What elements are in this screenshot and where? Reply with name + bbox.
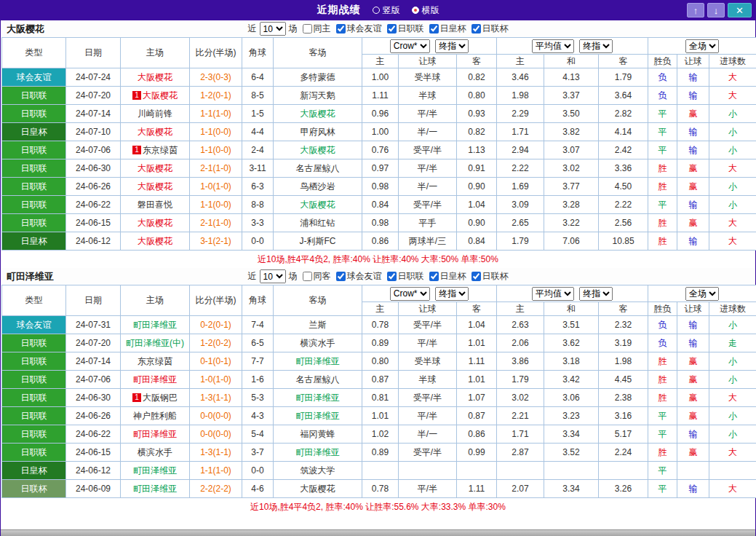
away-team-name[interactable]: 横滨水手: [301, 338, 335, 348]
home-team-name[interactable]: 神户胜利船: [133, 411, 177, 421]
league-filter-jleague[interactable]: 日职联: [387, 23, 424, 35]
home-team-name[interactable]: 大阪樱花: [138, 218, 172, 228]
odds-time-select[interactable]: 终指: [435, 287, 469, 301]
league-filter-emperor-cup[interactable]: 日皇杯: [429, 270, 466, 283]
friendly-checkbox[interactable]: [336, 24, 346, 34]
jleague-checkbox[interactable]: [387, 272, 397, 281]
avg-type-select[interactable]: 平均值: [532, 287, 574, 301]
avg-home: 1.79: [497, 371, 544, 389]
scroll-down-button[interactable]: ↓: [707, 3, 725, 17]
odds-company-select[interactable]: Crow*: [390, 287, 430, 301]
league-filter-league-cup[interactable]: 日联杯: [471, 270, 509, 283]
away-team-name[interactable]: 大阪樱花: [301, 200, 335, 210]
avg-draw: 3.42: [544, 371, 599, 389]
avg-home: 1.71: [497, 123, 544, 141]
emperor-cup-checkbox[interactable]: [429, 24, 439, 34]
home-team-name[interactable]: 大阪樱花: [138, 72, 172, 82]
home-team-name[interactable]: 大阪樱花: [138, 163, 172, 173]
away-team-name[interactable]: 甲府风林: [301, 127, 335, 137]
avg-time-select[interactable]: 终指: [579, 287, 613, 301]
avg-draw: 3.23: [544, 407, 599, 425]
avg-type-select[interactable]: 平均值: [532, 39, 574, 53]
scroll-up-button[interactable]: ↑: [687, 3, 704, 17]
away-team-name[interactable]: 浦和红钻: [301, 218, 335, 228]
away-team-name[interactable]: 町田泽维亚: [296, 356, 340, 366]
avg-away: 3.19: [599, 334, 648, 352]
away-team-name[interactable]: 鸟栖沙岩: [301, 181, 335, 192]
match-count-select[interactable]: 10: [260, 269, 286, 283]
away-team-name[interactable]: J-利斯FC: [300, 236, 336, 246]
col-date: 日期: [66, 38, 121, 68]
home-team-name[interactable]: 町田泽维亚: [133, 374, 177, 385]
match-date: 24-06-26: [66, 178, 121, 196]
league-cup-checkbox[interactable]: [471, 272, 481, 281]
jleague-checkbox[interactable]: [387, 24, 397, 34]
away-team-name[interactable]: 福冈黄蜂: [301, 429, 335, 439]
emperor-cup-checkbox[interactable]: [429, 272, 439, 281]
away-team-name[interactable]: 大阪樱花: [301, 484, 335, 494]
home-team-name[interactable]: 大阪樱花: [138, 127, 172, 137]
away-team-name[interactable]: 大阪樱花: [301, 145, 335, 155]
same-venue-filter[interactable]: 同主: [303, 23, 331, 35]
home-team-name[interactable]: 町田泽维亚: [133, 465, 177, 476]
away-team-name[interactable]: 多特蒙德: [301, 72, 335, 82]
match-score: 0-0(0-0): [190, 407, 242, 425]
corner-score: 2-4: [242, 141, 274, 159]
odds-company-select[interactable]: Crow*: [390, 39, 430, 53]
league-filter-emperor-cup[interactable]: 日皇杯: [429, 23, 466, 35]
odds-handicap: 半球: [399, 371, 457, 389]
close-button[interactable]: ✕: [728, 3, 752, 17]
same-venue-filter[interactable]: 同客: [303, 270, 331, 283]
subcol-handicap: 让球: [399, 55, 457, 68]
home-team-name[interactable]: 大阪樱花: [138, 181, 172, 192]
away-team-name[interactable]: 新泻天鹅: [301, 90, 335, 100]
avg-away: 3.36: [599, 159, 648, 178]
away-team-name[interactable]: 名古屋鲸八: [296, 374, 340, 385]
corner-score: 5-3: [242, 389, 274, 407]
home-team-name[interactable]: 东京绿茵: [143, 145, 178, 155]
odds-handicap: 受半球: [399, 68, 457, 87]
home-team-name[interactable]: 磐田喜悦: [138, 200, 172, 210]
subcol-handicap-result: 让球: [677, 55, 709, 68]
away-team-name[interactable]: 町田泽维亚: [296, 447, 340, 457]
layout-radio-vertical[interactable]: 竖版: [373, 4, 400, 17]
league-filter-jleague[interactable]: 日职联: [387, 270, 424, 283]
away-team-name[interactable]: 町田泽维亚: [296, 393, 340, 403]
home-team-name[interactable]: 町田泽维亚(中): [126, 338, 184, 348]
friendly-checkbox[interactable]: [336, 272, 346, 281]
match-date: 24-06-15: [66, 214, 121, 232]
league-cup-checkbox[interactable]: [471, 24, 481, 34]
league-filter-league-cup[interactable]: 日联杯: [471, 23, 509, 35]
same-venue-checkbox[interactable]: [303, 272, 312, 281]
home-team-cell: 町田泽维亚: [121, 425, 190, 444]
home-team-name[interactable]: 大阪樱花: [143, 90, 178, 100]
home-team-name[interactable]: 町田泽维亚: [133, 484, 177, 494]
bottom-scrollbar[interactable]: [1, 529, 755, 536]
scope-select[interactable]: 全场: [685, 287, 719, 301]
title-group: 近期战绩 竖版 横版: [317, 4, 439, 17]
league-filter-friendly[interactable]: 球会友谊: [336, 23, 382, 35]
home-team-name[interactable]: 东京绿茵: [138, 356, 172, 366]
home-team-name[interactable]: 横滨水手: [138, 447, 172, 457]
home-team-name[interactable]: 大阪樱花: [138, 236, 172, 246]
match-count-select[interactable]: 10: [260, 22, 286, 36]
corner-score: 6-3: [242, 178, 274, 196]
home-team-name[interactable]: 大阪钢巴: [143, 393, 178, 403]
layout-radio-horizontal[interactable]: 横版: [412, 4, 439, 17]
away-team-name[interactable]: 筑波大学: [301, 465, 335, 476]
result-outcome: 胜: [648, 444, 677, 462]
scope-group-header: 全场: [648, 285, 756, 302]
odds-time-select[interactable]: 终指: [435, 39, 469, 53]
same-venue-checkbox[interactable]: [303, 24, 312, 34]
home-team-name[interactable]: 町田泽维亚: [133, 429, 177, 439]
avg-draw: 3.06: [544, 389, 599, 407]
home-team-name[interactable]: 川崎前锋: [138, 109, 172, 119]
home-team-name[interactable]: 町田泽维亚: [133, 320, 177, 330]
away-team-name[interactable]: 町田泽维亚: [296, 411, 340, 421]
scope-select[interactable]: 全场: [685, 39, 719, 53]
away-team-name[interactable]: 名古屋鲸八: [296, 163, 340, 173]
away-team-name[interactable]: 兰斯: [309, 320, 327, 330]
league-filter-friendly[interactable]: 球会友谊: [336, 270, 382, 283]
avg-time-select[interactable]: 终指: [579, 39, 613, 53]
away-team-name[interactable]: 大阪樱花: [301, 109, 335, 119]
